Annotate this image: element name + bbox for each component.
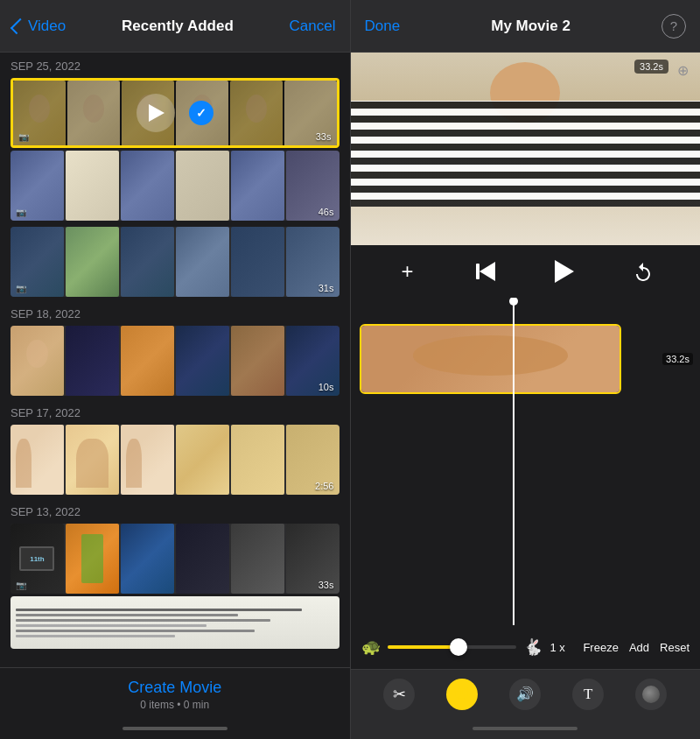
right-panel: Done My Movie 2 ? 33.2s ⊕ + [351,0,701,739]
speed-actions: Freeze Add Reset [583,641,690,654]
text-tool[interactable]: T [572,679,604,710]
back-button[interactable]: Video [14,18,66,35]
play-icon [149,104,164,122]
text-tool-button[interactable]: T [572,679,604,710]
freeze-button[interactable]: Freeze [583,641,618,654]
timeline-film-strip[interactable] [360,324,621,394]
thumb-cell [66,151,119,221]
play-icon [555,260,574,283]
camera-icon: 📷 [16,284,26,293]
video-duration-6: 33s [318,580,334,590]
video-overlay: ✓ [13,81,337,145]
scissors-tool-button[interactable] [383,679,415,710]
thumb-cell [10,326,64,396]
date-section-sep25: SEP 25, 2022 [0,53,350,227]
date-label-sep17: SEP 17, 2022 [10,406,340,419]
speed-tool[interactable]: ⏱ [446,679,478,710]
speed-gauge-icon: ⏱ [453,684,471,704]
scissors-tool[interactable] [383,679,415,710]
home-bar-right [472,727,578,730]
video-item-5[interactable]: 2:56 [10,425,340,495]
thumb-cell [231,524,284,594]
playback-controls: + [351,245,701,298]
slow-speed-icon: 🐢 [361,637,381,657]
text-icon: T [584,686,592,703]
thumb-cell [121,326,174,396]
thumb-cell [66,326,119,396]
speed-slider-thumb[interactable] [450,638,467,656]
preview-area: 33.2s ⊕ [351,53,701,245]
create-movie-button[interactable]: Create Movie [128,679,221,697]
movie-title: My Movie 2 [491,18,570,35]
preview-duration-badge: 33.2s [634,60,668,74]
thumb-cell [176,227,229,297]
date-section-sep13: SEP 13, 2022 11th � [0,498,350,652]
thumb-cell [231,425,284,495]
timeline-area: 33.2s [351,298,701,625]
volume-tool[interactable]: 🔊 [509,679,541,710]
video-thumbnails-6: 11th [10,524,340,594]
home-bar [122,727,228,730]
video-duration-4: 10s [318,382,334,392]
thumb-cell [66,227,119,297]
speed-tool-button[interactable]: ⏱ [446,679,478,710]
play-button[interactable] [136,94,175,132]
thumb-cell [121,151,174,221]
video-duration-1: 33s [316,131,332,142]
timeline-cell [620,326,621,392]
filter-tool-button[interactable] [635,679,667,710]
add-speed-button[interactable]: Add [629,641,649,654]
speed-slider[interactable] [388,645,517,649]
skip-back-button[interactable] [470,256,501,287]
date-label-sep18: SEP 18, 2022 [10,307,340,320]
thumb-cell [231,227,284,297]
video-item-3[interactable]: 📷 31s [10,227,340,297]
video-item-2[interactable]: 📷 46s [10,151,340,221]
select-checkbox[interactable]: ✓ [189,101,214,125]
date-label-sep25: SEP 25, 2022 [10,60,340,73]
help-button[interactable]: ? [662,14,686,39]
video-item-1[interactable]: ✓ 📷 33s [10,78,340,148]
add-clip-button[interactable]: + [391,256,423,287]
create-movie-sub: 0 items • 0 min [140,699,209,711]
video-duration-3: 31s [318,283,334,293]
date-section-sep18: SEP 18, 2022 10s [0,300,350,399]
thumb-cell [231,151,284,221]
video-thumbnails-2 [10,151,340,221]
back-label: Video [28,18,66,35]
video-thumbnails-3 [10,227,340,297]
thumb-cell [66,524,119,594]
plus-icon: + [401,259,413,284]
zoom-icon: ⊕ [677,62,689,79]
play-checkmark: ✓ [136,94,214,132]
reset-speed-button[interactable]: Reset [660,641,690,654]
cancel-button[interactable]: Cancel [290,18,336,35]
skip-back-icon [476,262,495,281]
checkmark-icon: ✓ [196,106,206,120]
timeline-cell [361,326,620,392]
done-button[interactable]: Done [365,18,401,35]
volume-tool-button[interactable]: 🔊 [509,679,541,710]
help-icon: ? [670,18,677,33]
zoom-button[interactable]: ⊕ [672,60,693,81]
thumb-cell [231,326,284,396]
camera-icon: 📷 [18,132,29,142]
thumb-cell [121,227,174,297]
create-movie-bar: Create Movie 0 items • 0 min [0,667,350,718]
date-section-cont: 📷 31s [0,227,350,300]
video-item-4[interactable]: 10s [10,326,340,396]
camera-icon: 📷 [16,581,26,590]
speed-control-row: 🐢 🐇 1 x Freeze Add Reset [351,625,701,669]
video-duration-2: 46s [318,207,334,217]
speed-slider-fill [388,645,458,649]
play-pause-button[interactable] [549,256,580,287]
undo-icon [633,261,654,282]
undo-button[interactable] [627,256,659,287]
filter-icon [642,686,660,703]
video-item-7[interactable] [10,596,340,649]
speed-multiplier: 1 x [550,641,576,654]
video-item-6[interactable]: 11th 📷 33s [10,524,340,594]
left-panel: Video Recently Added Cancel SEP 25, 2022 [0,0,350,739]
filter-tool[interactable] [635,679,667,710]
home-indicator-right [351,718,701,739]
